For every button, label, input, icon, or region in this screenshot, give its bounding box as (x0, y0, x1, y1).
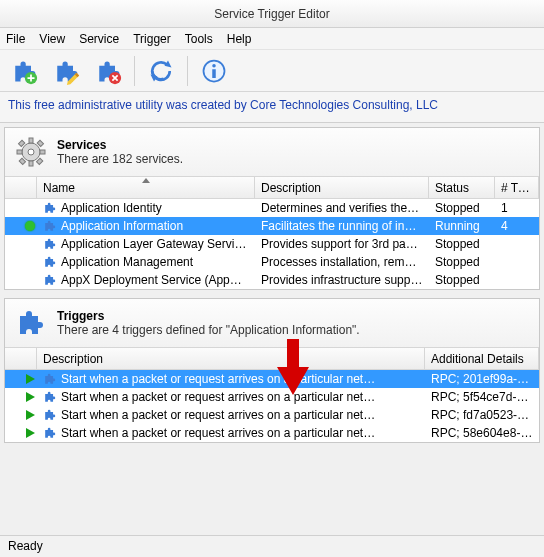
trigger-desc-cell: Start when a packet or request arrives o… (37, 407, 425, 423)
triggers-subtitle: There are 4 triggers defined for "Applic… (57, 323, 360, 337)
service-row[interactable]: Application Layer Gateway Servi…Provides… (5, 235, 539, 253)
menu-help[interactable]: Help (227, 32, 252, 46)
service-name-cell: Application Identity (37, 200, 255, 216)
services-rows: Application IdentityDetermines and verif… (5, 199, 539, 289)
service-triggers-cell: 1 (495, 200, 539, 216)
window-title: Service Trigger Editor (214, 7, 329, 21)
svg-rect-12 (36, 158, 42, 164)
trigger-desc-cell: Start when a packet or request arrives o… (37, 389, 425, 405)
service-name-cell: Application Management (37, 254, 255, 270)
service-triggers-cell (495, 279, 539, 281)
service-name-cell: Application Layer Gateway Servi… (37, 236, 255, 252)
services-panel: Services There are 182 services. Name De… (4, 127, 540, 290)
service-status-cell: Stopped (429, 200, 495, 216)
info-icon (200, 57, 228, 85)
start-action-icon (26, 374, 35, 384)
col-status[interactable]: Status (429, 177, 495, 198)
menubar: File View Service Trigger Tools Help (0, 28, 544, 50)
triggers-title: Triggers (57, 309, 360, 323)
service-desc-cell: Facilitates the running of in… (255, 218, 429, 234)
service-name-cell: AppX Deployment Service (App… (37, 272, 255, 288)
col-description[interactable]: Description (255, 177, 429, 198)
svg-point-6 (28, 149, 34, 155)
toolbar-separator (134, 56, 135, 86)
service-desc-cell: Provides support for 3rd pa… (255, 236, 429, 252)
toolbar-delete-trigger-button[interactable] (88, 53, 128, 89)
service-row[interactable]: Application ManagementProcesses installa… (5, 253, 539, 271)
service-desc-cell: Processes installation, remo… (255, 254, 429, 270)
refresh-icon (147, 57, 175, 85)
svg-rect-8 (29, 161, 33, 166)
menu-file[interactable]: File (6, 32, 25, 46)
col-name[interactable]: Name (37, 177, 255, 198)
start-action-icon (26, 428, 35, 438)
toolbar-separator (187, 56, 188, 86)
toolbar-edit-trigger-button[interactable] (46, 53, 86, 89)
puzzle-plus-icon (10, 57, 38, 85)
triggers-panel-header: Triggers There are 4 triggers defined fo… (5, 299, 539, 348)
col-additional-details[interactable]: Additional Details (425, 348, 539, 369)
running-indicator-icon (25, 221, 35, 231)
service-status-cell: Stopped (429, 272, 495, 288)
sort-asc-icon (142, 178, 150, 183)
menu-service[interactable]: Service (79, 32, 119, 46)
toolbar-info-button[interactable] (194, 53, 234, 89)
menu-tools[interactable]: Tools (185, 32, 213, 46)
service-status-cell: Stopped (429, 254, 495, 270)
trigger-desc-cell: Start when a packet or request arrives o… (37, 371, 425, 387)
service-row[interactable]: Application InformationFacilitates the r… (5, 217, 539, 235)
service-desc-cell: Provides infrastructure supp… (255, 272, 429, 288)
col-trigger-description[interactable]: Description (37, 348, 425, 369)
service-triggers-cell: 4 (495, 218, 539, 234)
menu-view[interactable]: View (39, 32, 65, 46)
puzzle-delete-icon (94, 57, 122, 85)
start-action-icon (26, 410, 35, 420)
service-triggers-cell (495, 261, 539, 263)
services-columns: Name Description Status # Triggers (5, 177, 539, 199)
toolbar (0, 50, 544, 92)
triggers-rows: Start when a packet or request arrives o… (5, 370, 539, 442)
service-triggers-cell (495, 243, 539, 245)
trigger-details-cell: RPC; 5f54ce7d-5b79-4175-8584-cb (425, 389, 539, 405)
svg-point-3 (212, 64, 216, 68)
trigger-details-cell: RPC; 201ef99a-7fa0-444c-9399-19ba (425, 371, 539, 387)
window-titlebar: Service Trigger Editor (0, 0, 544, 28)
trigger-details-cell: RPC; fd7a0523-dc70-43dd-9b2e-9c5 (425, 407, 539, 423)
svg-rect-4 (212, 69, 216, 78)
toolbar-refresh-button[interactable] (141, 53, 181, 89)
svg-rect-7 (29, 138, 33, 143)
gear-icon (15, 136, 47, 168)
service-name-cell: Application Information (37, 218, 255, 234)
service-row[interactable]: AppX Deployment Service (App…Provides in… (5, 271, 539, 289)
services-panel-header: Services There are 182 services. (5, 128, 539, 177)
start-action-icon (26, 392, 35, 402)
services-title: Services (57, 138, 183, 152)
attribution-link[interactable]: This free administrative utility was cre… (0, 92, 544, 123)
service-status-cell: Stopped (429, 236, 495, 252)
trigger-desc-cell: Start when a packet or request arrives o… (37, 425, 425, 441)
svg-rect-11 (18, 140, 24, 146)
statusbar: Ready (0, 535, 544, 557)
svg-rect-9 (17, 150, 22, 154)
trigger-row[interactable]: Start when a packet or request arrives o… (5, 388, 539, 406)
svg-rect-13 (37, 140, 43, 146)
triggers-panel: Triggers There are 4 triggers defined fo… (4, 298, 540, 443)
triggers-columns: Description Additional Details (5, 348, 539, 370)
service-row[interactable]: Application IdentityDetermines and verif… (5, 199, 539, 217)
puzzle-icon (15, 307, 47, 339)
trigger-row[interactable]: Start when a packet or request arrives o… (5, 424, 539, 442)
svg-rect-14 (19, 158, 25, 164)
trigger-details-cell: RPC; 58e604e8-9adb-4d2e-a464-3b (425, 425, 539, 441)
status-text: Ready (8, 539, 43, 553)
service-desc-cell: Determines and verifies the… (255, 200, 429, 216)
services-subtitle: There are 182 services. (57, 152, 183, 166)
svg-rect-10 (40, 150, 45, 154)
col-triggers[interactable]: # Triggers (495, 177, 539, 198)
trigger-row[interactable]: Start when a packet or request arrives o… (5, 406, 539, 424)
menu-trigger[interactable]: Trigger (133, 32, 171, 46)
toolbar-add-trigger-button[interactable] (4, 53, 44, 89)
service-status-cell: Running (429, 218, 495, 234)
trigger-row[interactable]: Start when a packet or request arrives o… (5, 370, 539, 388)
puzzle-edit-icon (52, 57, 80, 85)
